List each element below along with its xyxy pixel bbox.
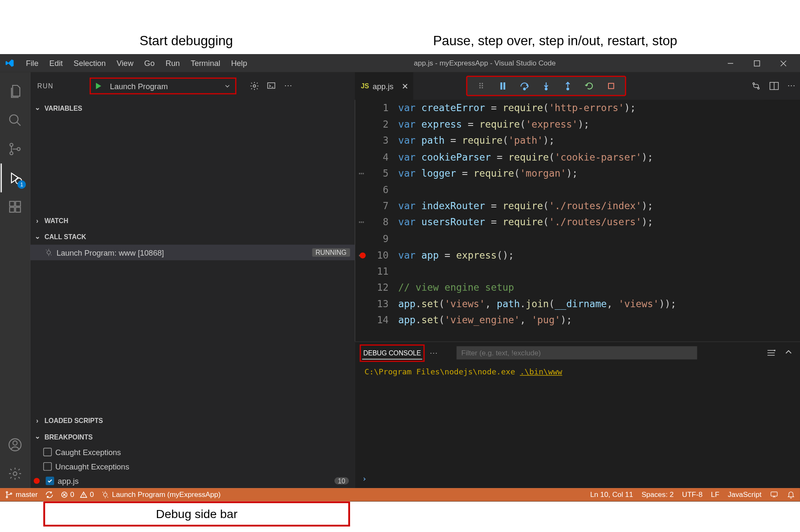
- launch-config-dropdown[interactable]: Launch Program: [105, 82, 235, 90]
- breakpoint-caught[interactable]: Caught Exceptions: [30, 445, 355, 459]
- editor-tabs: JS app.js ✕ ⠿ ⋯: [355, 72, 800, 100]
- notifications-icon[interactable]: [787, 491, 795, 499]
- annotation-debug-controls: Pause, step over, step in/out, restart, …: [433, 33, 677, 49]
- code-editor[interactable]: ⋯⋯⋯⋯⋯⋯⋯⋯⋯⋯⋯⋯⋯⋯ 1234567891011121314 var c…: [355, 100, 800, 341]
- svg-rect-9: [16, 202, 20, 206]
- svg-rect-28: [771, 492, 777, 496]
- split-editor-icon[interactable]: [769, 81, 779, 91]
- search-icon[interactable]: [0, 106, 29, 134]
- menu-help[interactable]: Help: [227, 56, 251, 70]
- configure-gear-icon[interactable]: [248, 81, 260, 91]
- svg-rect-6: [10, 202, 14, 206]
- minimize-button[interactable]: [718, 54, 742, 72]
- more-actions-icon[interactable]: ⋯: [787, 81, 795, 91]
- indentation-item[interactable]: Spaces: 2: [641, 491, 674, 499]
- eol-item[interactable]: LF: [711, 491, 719, 499]
- svg-point-3: [10, 152, 13, 155]
- debug-toolbar: ⠿: [466, 76, 626, 96]
- drag-handle-icon[interactable]: ⠿: [471, 77, 491, 95]
- launch-config-label: Launch Program: [110, 82, 168, 90]
- accounts-icon[interactable]: [0, 431, 29, 459]
- section-label: LOADED SCRIPTS: [44, 417, 103, 424]
- launch-status-item[interactable]: Launch Program (myExpressApp): [101, 491, 221, 499]
- run-debug-icon[interactable]: 1: [0, 164, 29, 192]
- step-out-button[interactable]: [558, 77, 578, 95]
- watch-section[interactable]: ›WATCH: [30, 212, 355, 228]
- close-button[interactable]: [771, 54, 795, 72]
- breakpoint-dot-icon: [34, 478, 40, 484]
- bp-line-badge: 10: [334, 477, 349, 484]
- loaded-scripts-section[interactable]: ›LOADED SCRIPTS: [30, 412, 355, 428]
- svg-point-27: [104, 493, 107, 497]
- more-actions-icon[interactable]: ⋯: [282, 81, 294, 91]
- git-branch-item[interactable]: master: [5, 491, 38, 499]
- debug-console-toggle-icon[interactable]: [265, 81, 277, 91]
- console-filter-input[interactable]: [457, 346, 697, 359]
- section-label: BREAKPOINTS: [44, 433, 93, 440]
- cursor-position-item[interactable]: Ln 10, Col 11: [590, 491, 633, 499]
- debug-badge: 1: [17, 180, 26, 189]
- start-debugging-button[interactable]: [91, 82, 105, 90]
- menu-edit[interactable]: Edit: [45, 56, 67, 70]
- breakpoint-file[interactable]: app.js 10: [30, 474, 355, 488]
- svg-point-13: [253, 85, 256, 87]
- maximize-button[interactable]: [745, 54, 769, 72]
- vscode-logo-icon: [5, 58, 14, 68]
- svg-rect-14: [268, 83, 275, 88]
- restart-button[interactable]: [579, 77, 600, 95]
- tab-app-js[interactable]: JS app.js ✕: [355, 72, 413, 100]
- console-output: C:\Program Files\nodejs\node.exe .\bin\w…: [355, 364, 800, 488]
- svg-point-18: [567, 88, 569, 90]
- problems-item[interactable]: 0 0: [60, 491, 94, 499]
- annotation-start-debugging: Start debugging: [140, 33, 233, 49]
- feedback-icon[interactable]: [770, 491, 778, 499]
- breakpoints-section[interactable]: ⌄BREAKPOINTS: [30, 428, 355, 445]
- callstack-item-label: Launch Program: www [10868]: [57, 248, 164, 257]
- encoding-item[interactable]: UTF-8: [682, 491, 702, 499]
- activitybar: 1: [0, 72, 30, 488]
- extensions-icon[interactable]: [0, 192, 29, 221]
- callstack-item[interactable]: Launch Program: www [10868] RUNNING: [30, 245, 355, 260]
- menu-run[interactable]: Run: [161, 56, 184, 70]
- minimap[interactable]: [764, 100, 800, 341]
- checkbox[interactable]: [46, 477, 54, 485]
- source-control-icon[interactable]: [0, 135, 29, 164]
- breakpoint-dot-icon[interactable]: [360, 252, 366, 258]
- svg-rect-8: [16, 207, 20, 212]
- console-input-chevron-icon[interactable]: ›: [362, 474, 367, 483]
- debug-console-tab[interactable]: DEBUG CONSOLE: [362, 346, 422, 359]
- checkbox[interactable]: [43, 462, 52, 471]
- menu-selection[interactable]: Selection: [69, 56, 110, 70]
- close-tab-icon[interactable]: ✕: [402, 82, 408, 90]
- menu-view[interactable]: View: [112, 56, 138, 70]
- step-over-button[interactable]: [514, 77, 534, 95]
- clear-console-icon[interactable]: [766, 348, 776, 358]
- compare-changes-icon[interactable]: [751, 81, 761, 91]
- svg-rect-7: [10, 207, 14, 212]
- variables-section[interactable]: ⌄VARIABLES: [30, 100, 355, 116]
- debug-console-panel: DEBUG CONSOLE ⋯ C:\Program Files\nodejs\…: [355, 341, 800, 488]
- menu-terminal[interactable]: Terminal: [186, 56, 225, 70]
- settings-gear-icon[interactable]: [0, 459, 29, 488]
- tab-label: app.js: [373, 82, 393, 90]
- editor-area: JS app.js ✕ ⠿ ⋯: [355, 72, 800, 488]
- window-title: app.js - myExpressApp - Visual Studio Co…: [251, 59, 718, 67]
- stop-button[interactable]: [601, 77, 621, 95]
- menu-go[interactable]: Go: [140, 56, 159, 70]
- menu-file[interactable]: File: [22, 56, 43, 70]
- panel-more-icon[interactable]: ⋯: [430, 348, 437, 357]
- sync-item[interactable]: [45, 491, 53, 499]
- breakpoint-uncaught[interactable]: Uncaught Exceptions: [30, 459, 355, 474]
- pause-button[interactable]: [493, 77, 513, 95]
- svg-point-17: [545, 88, 547, 90]
- step-into-button[interactable]: [536, 77, 556, 95]
- bp-label: app.js: [58, 476, 79, 485]
- svg-point-23: [6, 491, 8, 493]
- collapse-panel-icon[interactable]: [784, 348, 793, 358]
- explorer-icon[interactable]: [0, 77, 29, 106]
- callstack-status: RUNNING: [312, 248, 350, 256]
- checkbox[interactable]: [43, 448, 52, 456]
- menubar: FileEditSelectionViewGoRunTerminalHelp: [22, 56, 251, 70]
- language-mode-item[interactable]: JavaScript: [728, 491, 762, 499]
- callstack-section[interactable]: ⌄CALL STACK: [30, 229, 355, 245]
